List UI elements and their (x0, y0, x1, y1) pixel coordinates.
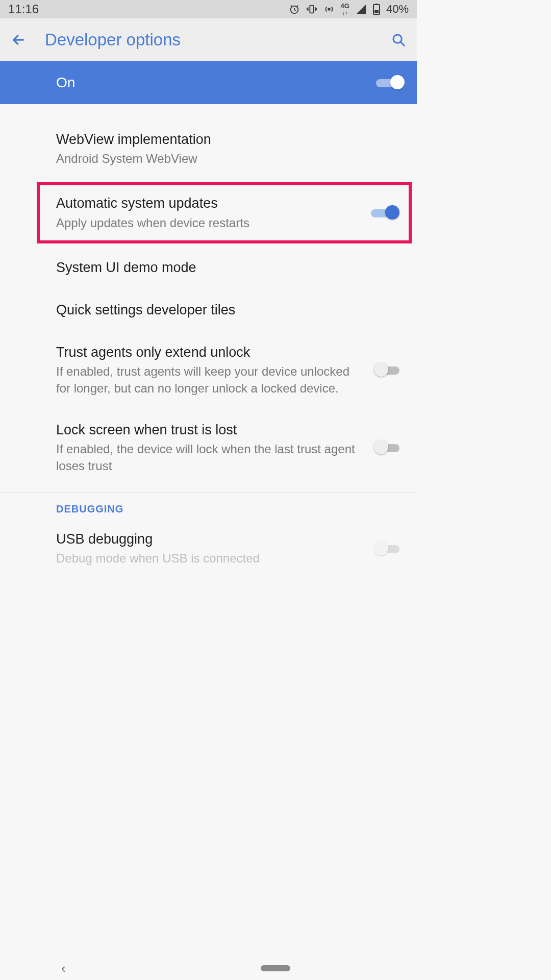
setting-title: Automatic system updates (56, 194, 361, 212)
setting-quick-settings-tiles[interactable]: Quick settings developer tiles (0, 289, 417, 331)
setting-title: Lock screen when trust is lost (56, 421, 366, 439)
search-button[interactable] (384, 26, 413, 54)
master-toggle-row[interactable]: On (0, 61, 417, 104)
lock-screen-trust-switch[interactable] (376, 440, 403, 455)
setting-title: USB debugging (56, 530, 366, 548)
setting-subtitle: Apply updates when device restarts (56, 215, 361, 231)
battery-percent: 40% (386, 3, 409, 16)
master-toggle-switch[interactable] (376, 75, 403, 90)
arrow-left-icon (10, 32, 27, 48)
page-title: Developer options (45, 30, 384, 50)
setting-subtitle: If enabled, the device will lock when th… (56, 441, 366, 474)
battery-icon (373, 4, 380, 15)
svg-rect-4 (375, 4, 378, 5)
svg-rect-1 (310, 6, 313, 13)
setting-automatic-system-updates[interactable]: Automatic system updates Apply updates w… (37, 182, 412, 243)
search-icon (391, 32, 406, 47)
master-toggle-label: On (56, 75, 75, 91)
setting-webview-implementation[interactable]: WebView implementation Android System We… (0, 118, 417, 179)
hotspot-icon (323, 4, 335, 15)
back-button[interactable] (4, 26, 33, 54)
app-bar: Developer options (0, 18, 417, 61)
vibrate-icon (306, 4, 317, 15)
usb-debugging-switch[interactable] (376, 541, 403, 556)
setting-title: WebView implementation (56, 131, 392, 149)
trust-agents-switch[interactable] (376, 362, 403, 378)
setting-trust-agents-extend-unlock[interactable]: Trust agents only extend unlock If enabl… (0, 331, 417, 409)
status-time: 11:16 (8, 2, 39, 16)
status-icons: 4G↓↑ 40% (289, 3, 409, 16)
signal-icon (356, 4, 367, 15)
network-4g-icon: 4G↓↑ (341, 3, 349, 16)
alarm-icon (289, 4, 300, 15)
settings-list: WebView implementation Android System We… (0, 104, 417, 570)
status-bar: 11:16 4G↓↑ 40% (0, 0, 417, 18)
setting-usb-debugging[interactable]: USB debugging Debug mode when USB is con… (0, 518, 417, 570)
setting-subtitle: If enabled, trust agents will keep your … (56, 363, 366, 397)
setting-title: Trust agents only extend unlock (56, 344, 366, 361)
section-header-debugging: DEBUGGING (0, 493, 417, 518)
auto-updates-switch[interactable] (371, 205, 397, 220)
svg-point-2 (328, 8, 330, 10)
setting-lock-screen-when-trust-lost[interactable]: Lock screen when trust is lost If enable… (0, 409, 417, 486)
setting-title: Quick settings developer tiles (56, 301, 392, 319)
svg-rect-5 (374, 10, 379, 13)
setting-system-ui-demo-mode[interactable]: System UI demo mode (0, 247, 417, 289)
setting-subtitle: Android System WebView (56, 151, 392, 167)
setting-subtitle: Debug mode when USB is connected (56, 550, 366, 567)
setting-title: System UI demo mode (56, 259, 392, 277)
